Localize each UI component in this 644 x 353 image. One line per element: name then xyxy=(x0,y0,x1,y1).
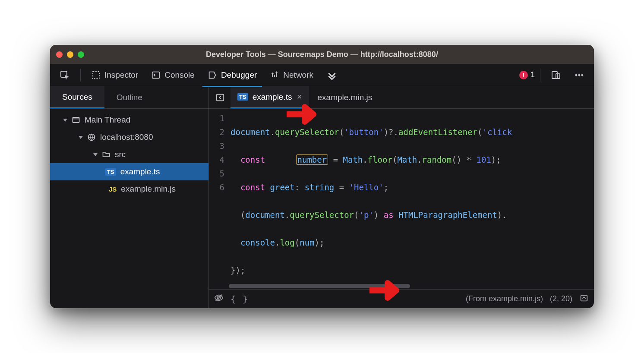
svg-rect-11 xyxy=(217,94,224,101)
sources-tree: Main Thread localhost:8080 src TS exampl… xyxy=(50,109,208,200)
cursor-position: (2, 20) xyxy=(550,294,572,303)
svg-rect-2 xyxy=(152,72,160,78)
separator xyxy=(80,69,81,82)
error-count-badge[interactable]: ! 1 xyxy=(519,70,535,79)
error-count: 1 xyxy=(530,70,535,79)
editor-tab-example-min-js[interactable]: example.min.js xyxy=(311,86,379,108)
folder-icon xyxy=(102,150,110,159)
sidebar-tab-outline[interactable]: Outline xyxy=(104,86,155,108)
sourcemap-origin: (From example.min.js) xyxy=(466,294,543,303)
svg-rect-8 xyxy=(73,117,79,123)
tree-label: Main Thread xyxy=(85,115,130,125)
tree-file-example-ts[interactable]: TS example.ts xyxy=(50,163,208,180)
error-icon: ! xyxy=(519,71,528,79)
tree-main-thread[interactable]: Main Thread xyxy=(50,111,208,129)
tab-console[interactable]: Console xyxy=(146,68,200,82)
toggle-sources-pane-button[interactable] xyxy=(212,93,229,102)
tree-folder-src[interactable]: src xyxy=(50,146,208,163)
code-content[interactable]: document.querySelector('button')?.addEve… xyxy=(229,109,594,283)
tree-host[interactable]: localhost:8080 xyxy=(50,129,208,146)
svg-rect-4 xyxy=(556,74,560,79)
tab-label: example.ts xyxy=(253,92,292,102)
tab-debugger[interactable]: Debugger xyxy=(202,68,262,82)
tab-label: Inspector xyxy=(104,70,138,80)
tab-label: Network xyxy=(283,70,313,80)
ts-file-icon: TS xyxy=(237,93,248,101)
tree-label: example.ts xyxy=(120,167,160,176)
devtools-window: Developer Tools — Sourcemaps Demo — http… xyxy=(50,45,594,308)
blackbox-button[interactable] xyxy=(214,293,224,305)
tree-label: src xyxy=(115,150,126,159)
separator xyxy=(540,69,540,82)
tab-inspector[interactable]: Inspector xyxy=(86,68,143,82)
svg-rect-1 xyxy=(92,71,100,79)
expand-icon xyxy=(93,153,98,156)
globe-icon xyxy=(87,133,96,142)
editor-tabs: TS example.ts ✕ example.min.js xyxy=(209,86,594,109)
tree-label: localhost:8080 xyxy=(100,132,153,142)
editor-footer: { } (From example.min.js) (2, 20) xyxy=(209,289,594,308)
svg-rect-3 xyxy=(552,72,557,79)
window-icon xyxy=(72,116,80,124)
window-controls xyxy=(56,51,84,58)
pick-element-button[interactable] xyxy=(54,67,75,83)
window-title: Developer Tools — Sourcemaps Demo — http… xyxy=(50,50,594,59)
debugger-body: Sources Outline Main Thread localhost:80… xyxy=(50,86,594,308)
maximize-window-button[interactable] xyxy=(78,51,84,58)
editor-panel: TS example.ts ✕ example.min.js 1 2 3 4 5… xyxy=(209,86,594,308)
responsive-mode-button[interactable] xyxy=(546,67,566,83)
tab-label: Debugger xyxy=(221,70,257,80)
js-file-icon: JS xyxy=(109,186,117,193)
svg-point-6 xyxy=(578,74,580,76)
source-editor[interactable]: 1 2 3 4 5 6 document.querySelector('butt… xyxy=(209,109,594,283)
svg-rect-14 xyxy=(581,296,587,301)
svg-point-7 xyxy=(581,74,583,76)
editor-tab-example-ts[interactable]: TS example.ts ✕ xyxy=(230,86,309,108)
tab-network[interactable]: Network xyxy=(265,68,319,82)
expand-icon xyxy=(63,119,67,122)
minimize-window-button[interactable] xyxy=(67,51,73,58)
line-gutter: 1 2 3 4 5 6 xyxy=(209,109,229,283)
sidebar-tab-sources[interactable]: Sources xyxy=(50,86,104,108)
sourcemap-toggle-button[interactable] xyxy=(579,293,589,305)
sources-sidebar: Sources Outline Main Thread localhost:80… xyxy=(50,86,209,308)
sidebar-tabs: Sources Outline xyxy=(50,86,208,109)
devtools-toolbar: Inspector Console Debugger Network ! 1 xyxy=(50,64,594,86)
close-tab-button[interactable]: ✕ xyxy=(297,93,302,101)
tab-label: Console xyxy=(164,70,195,80)
scrollbar-thumb[interactable] xyxy=(229,284,410,288)
tab-label: example.min.js xyxy=(318,93,373,102)
kebab-menu-button[interactable] xyxy=(569,67,590,83)
svg-point-5 xyxy=(575,74,577,76)
horizontal-scrollbar[interactable] xyxy=(229,283,594,289)
tree-label: example.min.js xyxy=(121,184,176,194)
ts-file-icon: TS xyxy=(105,168,116,176)
tree-file-example-min-js[interactable]: JS example.min.js xyxy=(50,180,208,198)
close-window-button[interactable] xyxy=(56,51,63,58)
overflow-tabs-button[interactable] xyxy=(321,67,343,83)
expand-icon xyxy=(79,136,83,139)
titlebar: Developer Tools — Sourcemaps Demo — http… xyxy=(50,45,594,64)
pretty-print-button[interactable]: { } xyxy=(230,294,249,304)
highlighted-type-number: number xyxy=(296,154,328,165)
